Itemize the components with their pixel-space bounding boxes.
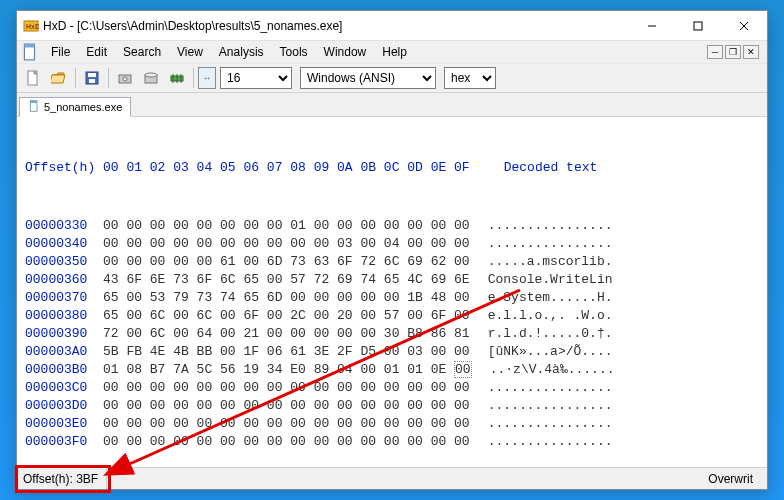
- menu-bar: File Edit Search View Analysis Tools Win…: [17, 41, 767, 63]
- hex-bytes[interactable]: 00 00 00 00 00 00 00 00 00 00 00 00 00 0…: [103, 415, 470, 433]
- open-disk-button[interactable]: [113, 66, 137, 90]
- hex-offset: 00000370: [25, 289, 103, 307]
- title-bar: HxD HxD - [C:\Users\Admin\Desktop\result…: [17, 11, 767, 41]
- hex-offset: 00000330: [25, 217, 103, 235]
- app-icon: HxD: [23, 18, 39, 34]
- menu-edit[interactable]: Edit: [78, 43, 115, 61]
- menu-analysis[interactable]: Analysis: [211, 43, 272, 61]
- hex-editor[interactable]: Offset(h)00 01 02 03 04 05 06 07 08 09 0…: [17, 117, 767, 467]
- hex-ascii[interactable]: ................: [488, 415, 613, 433]
- hex-caret[interactable]: 00: [454, 361, 472, 378]
- hex-row[interactable]: 0000039072 00 6C 00 64 00 21 00 00 00 00…: [25, 325, 759, 343]
- svg-text:HxD: HxD: [26, 23, 39, 30]
- mdi-minimize-button[interactable]: ─: [707, 45, 723, 59]
- menu-file[interactable]: File: [43, 43, 78, 61]
- hex-offset: 00000350: [25, 253, 103, 271]
- menu-window[interactable]: Window: [316, 43, 375, 61]
- hex-ascii[interactable]: r.l.d.!.....0.†.: [488, 325, 613, 343]
- hex-bytes[interactable]: 65 00 6C 00 6C 00 6F 00 2C 00 20 00 57 0…: [103, 307, 470, 325]
- status-bar: Offset(h): 3BF Overwrit: [17, 467, 767, 489]
- svg-rect-22: [30, 101, 37, 103]
- hex-ascii[interactable]: ................: [488, 379, 613, 397]
- hex-bytes[interactable]: 00 00 00 00 00 00 00 00 00 00 00 00 00 0…: [103, 379, 470, 397]
- open-button[interactable]: [47, 66, 71, 90]
- hex-offset: 00000380: [25, 307, 103, 325]
- file-tab-label: 5_nonames.exe: [44, 101, 122, 113]
- hex-row[interactable]: 000003C000 00 00 00 00 00 00 00 00 00 00…: [25, 379, 759, 397]
- hex-offset: 000003F0: [25, 433, 103, 451]
- hex-bytes[interactable]: 00 00 00 00 00 00 00 00 00 00 03 00 04 0…: [103, 235, 470, 253]
- svg-point-14: [123, 77, 127, 81]
- menu-search[interactable]: Search: [115, 43, 169, 61]
- hex-header: Offset(h)00 01 02 03 04 05 06 07 08 09 0…: [25, 159, 759, 177]
- hex-row[interactable]: 0000037065 00 53 79 73 74 65 6D 00 00 00…: [25, 289, 759, 307]
- hex-offset: 000003A0: [25, 343, 103, 361]
- toolbar-separator: [108, 68, 109, 88]
- hex-ascii[interactable]: e.l.l.o.,. .W.o.: [488, 307, 613, 325]
- open-process-button[interactable]: [165, 66, 189, 90]
- hex-offset: 000003C0: [25, 379, 103, 397]
- window-title: HxD - [C:\Users\Admin\Desktop\results\5_…: [43, 19, 342, 33]
- hex-bytes[interactable]: 00 00 00 00 00 61 00 6D 73 63 6F 72 6C 6…: [103, 253, 470, 271]
- hex-row[interactable]: 000003E000 00 00 00 00 00 00 00 00 00 00…: [25, 415, 759, 433]
- toolbar-separator: [75, 68, 76, 88]
- mdi-controls: ─ ❐ ✕: [707, 45, 763, 59]
- hex-offset: 00000360: [25, 271, 103, 289]
- hex-bytes[interactable]: 5B FB 4E 4B BB 00 1F 06 61 3E 2F D5 00 0…: [103, 343, 470, 361]
- close-button[interactable]: [721, 11, 767, 41]
- base-select[interactable]: hex: [444, 67, 496, 89]
- mdi-restore-button[interactable]: ❐: [725, 45, 741, 59]
- file-tab-icon: [28, 100, 40, 114]
- hex-ascii[interactable]: ................: [488, 235, 613, 253]
- hex-row[interactable]: 000003B001 08 B7 7A 5C 56 19 34 E0 89 04…: [25, 361, 759, 379]
- bytes-per-row-select[interactable]: 16: [220, 67, 292, 89]
- svg-point-16: [145, 73, 157, 77]
- maximize-button[interactable]: [675, 11, 721, 41]
- hex-row[interactable]: 0000034000 00 00 00 00 00 00 00 00 00 03…: [25, 235, 759, 253]
- hex-row[interactable]: 0000033000 00 00 00 00 00 00 00 01 00 00…: [25, 217, 759, 235]
- toolbar-separator: [193, 68, 194, 88]
- menu-tools[interactable]: Tools: [272, 43, 316, 61]
- status-overwrite: Overwrit: [700, 472, 761, 486]
- hex-bytes[interactable]: 00 00 00 00 00 00 00 00 00 00 00 00 00 0…: [103, 433, 470, 451]
- hex-row[interactable]: 000003D000 00 00 00 00 00 00 00 00 00 00…: [25, 397, 759, 415]
- minimize-button[interactable]: [629, 11, 675, 41]
- hex-offset: 000003B0: [25, 361, 103, 379]
- hex-row[interactable]: 0000035000 00 00 00 00 61 00 6D 73 63 6F…: [25, 253, 759, 271]
- hex-offset: 000003D0: [25, 397, 103, 415]
- mdi-close-button[interactable]: ✕: [743, 45, 759, 59]
- hex-bytes[interactable]: 01 08 B7 7A 5C 56 19 34 E0 89 04 00 01 0…: [103, 361, 472, 379]
- hex-bytes[interactable]: 00 00 00 00 00 00 00 00 00 00 00 00 00 0…: [103, 397, 470, 415]
- save-button[interactable]: [80, 66, 104, 90]
- hex-bytes[interactable]: 43 6F 6E 73 6F 6C 65 00 57 72 69 74 65 4…: [103, 271, 470, 289]
- hex-ascii[interactable]: [ûNK»...a>/Õ....: [488, 343, 613, 361]
- main-window: HxD HxD - [C:\Users\Admin\Desktop\result…: [16, 10, 768, 490]
- hex-offset: 00000340: [25, 235, 103, 253]
- svg-rect-11: [88, 73, 96, 77]
- toolbar: ↔ 16 Windows (ANSI) hex: [17, 63, 767, 93]
- hex-row[interactable]: 0000036043 6F 6E 73 6F 6C 65 00 57 72 69…: [25, 271, 759, 289]
- hex-ascii[interactable]: .....a.mscorlib.: [488, 253, 613, 271]
- svg-rect-12: [89, 79, 95, 83]
- hex-ascii[interactable]: ................: [488, 217, 613, 235]
- hex-ascii[interactable]: Console.WriteLin: [488, 271, 613, 289]
- hex-ascii[interactable]: ................: [488, 433, 613, 451]
- hex-offset: 000003E0: [25, 415, 103, 433]
- file-tab[interactable]: 5_nonames.exe: [19, 97, 131, 117]
- hex-ascii[interactable]: ..·z\V.4à‰......: [490, 361, 615, 379]
- hex-row[interactable]: 000003F000 00 00 00 00 00 00 00 00 00 00…: [25, 433, 759, 451]
- menu-view[interactable]: View: [169, 43, 211, 61]
- hex-row[interactable]: 000003A05B FB 4E 4B BB 00 1F 06 61 3E 2F…: [25, 343, 759, 361]
- open-ram-button[interactable]: [139, 66, 163, 90]
- menu-help[interactable]: Help: [374, 43, 415, 61]
- tab-bar: 5_nonames.exe: [17, 93, 767, 117]
- hex-bytes[interactable]: 00 00 00 00 00 00 00 00 01 00 00 00 00 0…: [103, 217, 470, 235]
- hex-ascii[interactable]: ................: [488, 397, 613, 415]
- hex-ascii[interactable]: e.System......H.: [488, 289, 613, 307]
- new-button[interactable]: [21, 66, 45, 90]
- bytes-per-row-arrows[interactable]: ↔: [198, 67, 216, 89]
- encoding-select[interactable]: Windows (ANSI): [300, 67, 436, 89]
- hex-bytes[interactable]: 72 00 6C 00 64 00 21 00 00 00 00 00 30 B…: [103, 325, 470, 343]
- hex-bytes[interactable]: 65 00 53 79 73 74 65 6D 00 00 00 00 00 1…: [103, 289, 470, 307]
- hex-row[interactable]: 0000038065 00 6C 00 6C 00 6F 00 2C 00 20…: [25, 307, 759, 325]
